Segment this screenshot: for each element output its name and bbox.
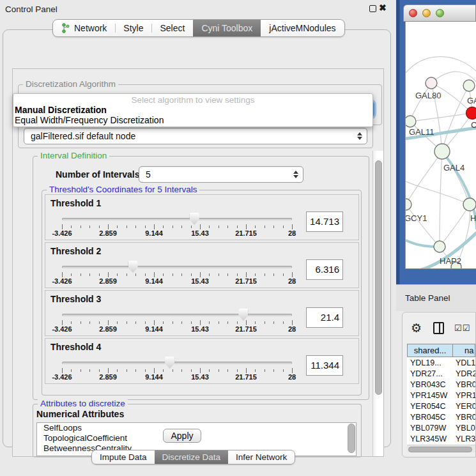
- vertical-scrollbar-thumb[interactable]: [375, 160, 382, 395]
- split-columns-icon[interactable]: [433, 322, 444, 334]
- table-body: YDL19...YDL1YDR27...YDR2YBR043CYBR0YPR14…: [407, 357, 475, 445]
- cell-shared-name: YBL079W: [407, 424, 453, 433]
- threshold-4-label: Threshold 4: [50, 342, 101, 352]
- column-header-name[interactable]: na: [453, 344, 475, 357]
- table-panel-toolbar: ⚙ ☑☑: [403, 312, 475, 343]
- tab-select[interactable]: Select: [151, 20, 193, 36]
- cell-name: YBR0: [453, 413, 475, 422]
- threshold-2-row: Threshold 2 -3.4262.8599.14415.4321.7152…: [45, 242, 359, 288]
- cell-shared-name: YDL19...: [407, 358, 453, 367]
- horizontal-scrollbar-track[interactable]: [407, 445, 475, 452]
- cell-shared-name: YPR145W: [407, 391, 453, 400]
- tick-label: 21.715: [235, 277, 257, 285]
- settings-scrollpane: Discretization Algorithm Select algorith…: [12, 68, 384, 457]
- tab-impute-data[interactable]: Impute Data: [92, 450, 155, 464]
- tick-label: 2.859: [99, 229, 117, 237]
- threshold-1-slider[interactable]: -3.4262.8599.14415.4321.71528: [62, 214, 292, 237]
- tick-label: 28: [288, 277, 296, 285]
- slider-track: [62, 266, 292, 268]
- network-node: [406, 116, 416, 127]
- threshold-2-value-field[interactable]: 6.316: [306, 259, 343, 280]
- threshold-1-value-field[interactable]: 14.713: [306, 211, 343, 232]
- close-traffic-light-icon[interactable]: [409, 9, 417, 17]
- cell-shared-name: YER054C: [407, 402, 453, 411]
- table-row[interactable]: YBR045CYBR0: [407, 411, 475, 422]
- discretization-algorithm-label: Discretization Algorithm: [23, 79, 118, 89]
- column-header-shared[interactable]: shared...: [407, 344, 453, 357]
- minimize-traffic-light-icon[interactable]: [422, 9, 431, 17]
- network-node: [463, 80, 475, 91]
- tick-label: 28: [288, 373, 296, 381]
- slider-handle[interactable]: [165, 357, 174, 369]
- cell-shared-name: YBR043C: [407, 380, 453, 389]
- slider-handle[interactable]: [190, 213, 199, 225]
- tick-label: 9.144: [145, 373, 163, 381]
- threshold-4-slider[interactable]: -3.4262.8599.14415.4321.71528: [62, 358, 292, 381]
- node-label-gcy1: GCY1: [405, 213, 427, 223]
- combo-stepper-icon: [293, 171, 298, 178]
- table-row[interactable]: YER054CYER0: [407, 401, 475, 411]
- tab-network[interactable]: Network: [53, 20, 115, 36]
- tab-infer-network[interactable]: Infer Network: [228, 450, 295, 464]
- threshold-2-slider[interactable]: -3.4262.8599.14415.4321.71528: [62, 262, 292, 285]
- combo-stepper-icon: [357, 132, 362, 140]
- threshold-4-value-field[interactable]: 11.344: [306, 355, 343, 376]
- tick-label: 15.43: [191, 229, 209, 237]
- threshold-3-value-field[interactable]: 21.4: [306, 307, 343, 328]
- tab-style[interactable]: Style: [115, 20, 151, 36]
- slider-tick-labels: -3.4262.8599.14415.4321.71528: [62, 373, 292, 381]
- cell-name: YLR3: [453, 434, 475, 443]
- tick-label: 9.144: [145, 277, 163, 285]
- numerical-attributes-label: Numerical Attributes: [36, 409, 124, 419]
- table-row[interactable]: YPR145WYPR1: [407, 390, 475, 401]
- cell-name: YDR2: [453, 369, 475, 378]
- node-label-partial-h: H: [470, 213, 476, 223]
- tab-cyni-toolbox[interactable]: Cyni Toolbox: [193, 20, 261, 36]
- table-row[interactable]: YBL079WYBL0: [407, 422, 475, 433]
- slider-handle[interactable]: [128, 261, 138, 273]
- apply-button[interactable]: Apply: [163, 429, 201, 443]
- tick-label: 2.859: [99, 277, 117, 285]
- threshold-2-label: Threshold 2: [50, 246, 101, 256]
- network-node-red: [466, 107, 476, 119]
- network-window-titlebar[interactable]: [403, 4, 476, 22]
- number-of-intervals-combobox[interactable]: 5: [139, 166, 303, 183]
- cyni-mode-tabbar: Impute Data Discretize Data Infer Networ…: [91, 450, 295, 464]
- slider-ticks: [62, 272, 292, 277]
- table-row[interactable]: YLR345WYLR3: [407, 433, 475, 444]
- slider-ticks: [62, 224, 292, 229]
- table-row[interactable]: YDR27...YDR2: [407, 368, 475, 379]
- table-panel: ⚙ ☑☑ shared... na YDL19...YDL1YDR27...YD…: [402, 312, 476, 457]
- cyni-toolbox-panel: Discretization Algorithm Select algorith…: [3, 29, 391, 447]
- slider-tick-labels: -3.4262.8599.14415.4321.71528: [62, 277, 292, 285]
- table-data-combobox[interactable]: galFiltered.sif default node: [24, 128, 367, 144]
- select-columns-icon[interactable]: ☑☑: [454, 323, 470, 333]
- list-scrollbar[interactable]: [348, 424, 355, 453]
- tick-label: -3.426: [52, 373, 72, 381]
- table-data-value: galFiltered.sif default node: [31, 131, 135, 141]
- zoom-traffic-light-icon[interactable]: [436, 9, 444, 17]
- table-panel-titlebar: Table Panel: [396, 284, 476, 311]
- tab-discretize-data[interactable]: Discretize Data: [155, 450, 229, 464]
- dropdown-option-equal-width[interactable]: Equal Width/Frequency Discretization: [13, 115, 372, 125]
- vertical-scrollbar-track[interactable]: [372, 151, 383, 456]
- control-panel-tabbar: Network Style Select Cyni Toolbox jActiv…: [52, 19, 345, 37]
- network-node: [406, 199, 411, 210]
- slider-handle[interactable]: [238, 309, 248, 321]
- gear-icon[interactable]: ⚙: [411, 321, 422, 335]
- table-row[interactable]: YDL19...YDL1: [407, 357, 475, 368]
- threshold-3-slider[interactable]: -3.4262.8599.14415.4321.71528: [62, 310, 292, 333]
- float-window-icon[interactable]: [369, 5, 376, 12]
- dropdown-option-manual[interactable]: Manual Discretization: [13, 105, 372, 115]
- slider-track: [62, 362, 292, 364]
- tab-jactivemnodules[interactable]: jActiveMNodules: [261, 20, 344, 36]
- network-canvas[interactable]: GAL80 GA C GAL11 GAL4 GCY1 H HAP2: [405, 22, 476, 269]
- table-row[interactable]: YBR043CYBR0: [407, 379, 475, 390]
- close-icon[interactable]: ✖: [379, 3, 387, 13]
- network-node: [426, 77, 437, 89]
- horizontal-scrollbar-thumb[interactable]: [408, 447, 472, 452]
- node-label-partial-ga: GA: [467, 96, 476, 105]
- tick-label: 28: [288, 325, 296, 333]
- slider-track: [62, 314, 292, 316]
- tick-label: 21.715: [235, 325, 257, 333]
